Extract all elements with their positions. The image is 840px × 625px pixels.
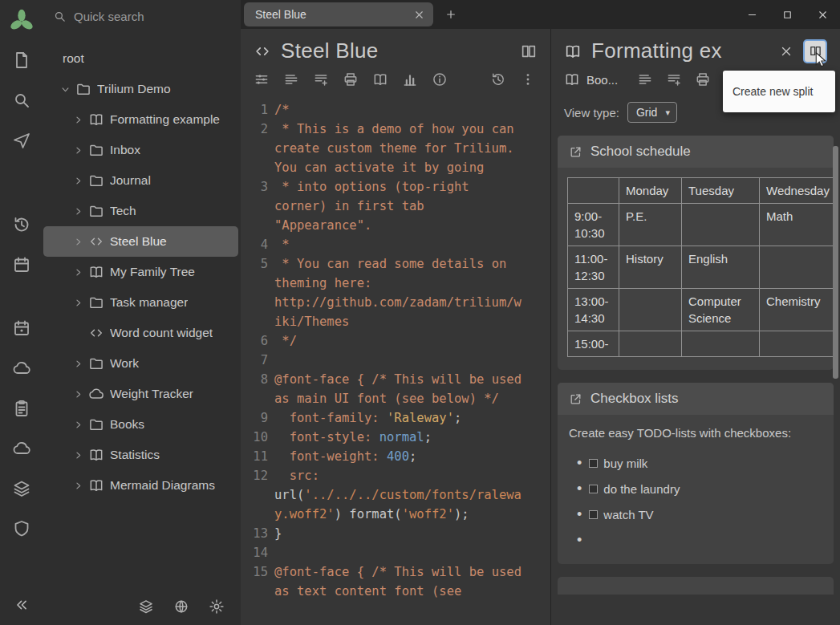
- layers-button[interactable]: [138, 599, 154, 615]
- cloud-launcher-button[interactable]: [12, 359, 31, 378]
- chevron-right-icon[interactable]: [72, 480, 84, 492]
- sliders-button[interactable]: [254, 71, 270, 87]
- chevron-right-icon[interactable]: [72, 419, 84, 431]
- pane-header: Formatting ex: [551, 29, 840, 68]
- chevron-right-icon[interactable]: [72, 236, 84, 248]
- tree-item-trilium-demo[interactable]: Trilium Demo: [43, 74, 238, 104]
- tree-item-root[interactable]: root: [43, 43, 238, 74]
- tab-steel-blue[interactable]: Steel Blue: [244, 2, 433, 26]
- checkbox-unchecked[interactable]: [589, 485, 598, 493]
- chevron-right-icon[interactable]: [72, 266, 84, 278]
- chevron-right-icon[interactable]: [72, 175, 84, 187]
- create-split-button[interactable]: [520, 43, 538, 60]
- tree-item-work[interactable]: Work: [43, 348, 238, 379]
- tree-item-task-manager[interactable]: Task manager: [43, 287, 238, 318]
- text-lines-button[interactable]: [283, 71, 299, 87]
- chevron-right-icon[interactable]: [72, 358, 84, 370]
- chevron-right-icon[interactable]: [72, 297, 84, 309]
- gear-button[interactable]: [209, 599, 225, 615]
- ribbon-toolbar: [241, 68, 550, 94]
- code-line: 5 * You can read some details on theming…: [250, 254, 521, 331]
- split-panes: Steel Blue 1/*2 * This is a demo of how …: [241, 29, 840, 625]
- tree-item-journal[interactable]: Journal: [43, 165, 238, 196]
- checklist-item: •do the laundry: [577, 476, 834, 501]
- text-lines-button[interactable]: [637, 71, 653, 87]
- shield-launcher-button[interactable]: [12, 519, 31, 538]
- tree-item-my-family-tree[interactable]: My Family Tree: [43, 257, 238, 287]
- info-button[interactable]: [432, 71, 448, 87]
- create-split-button-active[interactable]: [803, 39, 827, 63]
- line-number: 10: [250, 428, 268, 447]
- quick-search-input[interactable]: [74, 10, 233, 23]
- chevron-right-icon[interactable]: [72, 205, 84, 217]
- card-header[interactable]: Checkbox lists: [558, 383, 834, 415]
- checkbox-unchecked[interactable]: [589, 510, 598, 519]
- quick-search[interactable]: [43, 0, 241, 32]
- kebab-button[interactable]: [520, 71, 536, 87]
- printer-button[interactable]: [343, 71, 359, 87]
- file-launcher-button[interactable]: [12, 51, 31, 70]
- window-maximize-button[interactable]: [769, 0, 805, 29]
- code-icon: [88, 233, 104, 250]
- cloud-launcher-button[interactable]: [12, 439, 31, 458]
- new-tab-button[interactable]: [444, 8, 457, 21]
- tree-item-books[interactable]: Books: [43, 409, 238, 440]
- line-number: 8: [250, 370, 268, 408]
- book-button[interactable]: [372, 71, 388, 87]
- view-type-select[interactable]: Grid ▾: [627, 102, 677, 123]
- card-body: MondayTuesdayWednesday9:00-10:30P.E.Math…: [558, 168, 834, 368]
- printer-button[interactable]: [695, 71, 711, 87]
- window-minimize-button[interactable]: [734, 0, 769, 29]
- window-close-button[interactable]: [805, 0, 840, 29]
- add-row-button[interactable]: [666, 71, 682, 87]
- code-editor[interactable]: 1/*2 * This is a demo of how you can cre…: [241, 94, 550, 625]
- tree-item-label: Steel Blue: [110, 234, 167, 249]
- checkbox-unchecked[interactable]: [589, 459, 598, 468]
- clipboard-launcher-button[interactable]: [12, 399, 31, 418]
- calendar-launcher-button[interactable]: [12, 255, 31, 274]
- book-icon: [88, 264, 104, 280]
- scrollbar-thumb[interactable]: [833, 146, 838, 379]
- tree-item-weight-tracker[interactable]: Weight Tracker: [43, 379, 238, 409]
- code-line: 12 src: url('../../../custom/fonts/ralew…: [250, 466, 521, 524]
- tree-item-tech[interactable]: Tech: [43, 196, 238, 226]
- ribbon-tab-book-properties[interactable]: Boo...: [564, 71, 618, 87]
- tree-item-statistics[interactable]: Statistics: [43, 440, 238, 470]
- tree-item-mermaid-diagrams[interactable]: Mermaid Diagrams: [43, 470, 238, 501]
- folder-icon: [88, 203, 104, 219]
- history-launcher-button[interactable]: [12, 215, 31, 234]
- tree-item-formatting-example[interactable]: Formatting example: [43, 104, 238, 135]
- note-title[interactable]: Formatting ex: [591, 39, 769, 63]
- line-number: 2: [250, 120, 268, 177]
- globe-button[interactable]: [173, 599, 189, 615]
- tree-item-word-count-widget[interactable]: Word count widget: [43, 318, 238, 348]
- note-pane-steel-blue: Steel Blue 1/*2 * This is a demo of how …: [241, 29, 551, 625]
- line-number: 13: [250, 524, 268, 543]
- calendar-star-launcher-button[interactable]: [12, 319, 31, 338]
- note-title[interactable]: Steel Blue: [281, 39, 510, 63]
- card-checkbox-lists: Checkbox listsCreate easy TODO-lists wit…: [558, 383, 834, 564]
- collapse-launcher-button[interactable]: [13, 596, 30, 614]
- chevron-right-icon[interactable]: [72, 114, 84, 126]
- tree-item-inbox[interactable]: Inbox: [43, 135, 238, 165]
- note-pane-formatting-examples: Formatting ex Create new split Boo...: [551, 29, 840, 625]
- table-cell: English: [682, 246, 760, 289]
- close-pane-button[interactable]: [779, 44, 793, 59]
- chevron-right-icon[interactable]: [72, 449, 84, 461]
- tab-close-icon[interactable]: [413, 9, 425, 21]
- chevron-right-icon[interactable]: [72, 144, 84, 156]
- send-launcher-button[interactable]: [12, 131, 31, 150]
- chart-button[interactable]: [402, 71, 418, 87]
- card-header[interactable]: School schedule: [558, 136, 834, 168]
- tree-item-steel-blue[interactable]: Steel Blue: [43, 226, 238, 257]
- add-row-button[interactable]: [313, 71, 329, 87]
- code-text: font-family: 'Raleway';: [274, 408, 521, 428]
- table-cell: [682, 204, 760, 246]
- table-cell: [760, 246, 834, 289]
- chevron-down-icon[interactable]: [59, 83, 71, 95]
- cloud-icon: [88, 386, 104, 402]
- chevron-right-icon[interactable]: [72, 388, 84, 400]
- history-button[interactable]: [490, 71, 506, 87]
- layers-launcher-button[interactable]: [12, 479, 31, 498]
- search-launcher-button[interactable]: [12, 91, 31, 110]
